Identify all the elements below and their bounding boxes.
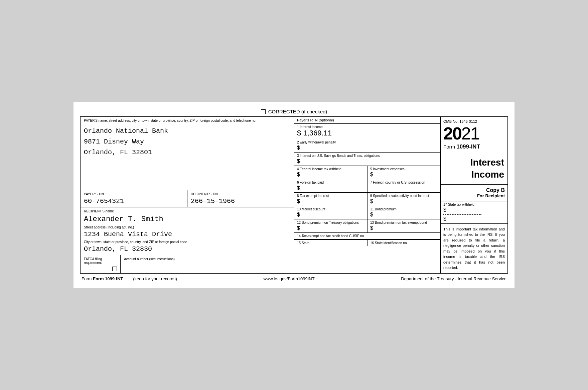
field-9-cell: 9 Specified private activity bond intere…	[368, 193, 440, 206]
copy-b-section: Copy B For Recipient	[441, 185, 507, 201]
account-section: Account number (see instructions)	[121, 255, 294, 273]
field-8-cell: 8 Tax-exempt interest $	[294, 193, 368, 206]
field-10-label: 10 Market discount	[297, 207, 364, 211]
fields-10-11-row: 10 Market discount $ 11 Bond premium $	[294, 206, 440, 219]
payer-tin-box: PAYER'S TIN 60-7654321	[81, 190, 187, 207]
field-5-value: $	[370, 172, 438, 178]
bottom-left-section: FATCA filing requirement Account number …	[81, 255, 294, 273]
field-4-label: 4 Federal income tax withheld	[297, 167, 364, 171]
field-2-label: 2 Early withdrawal penalty	[297, 140, 438, 144]
field-16-label: 16 State identification no.	[370, 241, 408, 245]
field-6-cell: 6 Foreign tax paid $	[294, 179, 368, 192]
recipient-tin-value: 266-15-1966	[191, 197, 291, 205]
street-value: 1234 Buena Vista Drive	[84, 230, 291, 238]
dashed-line-1	[443, 214, 481, 215]
payer-field-label: PAYER'S name, street address, city or to…	[84, 119, 291, 122]
field-6-label: 6 Foreign tax paid	[297, 181, 364, 184]
payer-rtn-label: Payer's RTN (optional)	[297, 118, 334, 122]
footer-website: www.irs.gov/Form1099INT	[263, 276, 314, 281]
year-display: 2021	[443, 125, 479, 142]
field-12-label: 12 Bond premium on Treasury obligations	[297, 221, 364, 224]
recipient-tin-box: RECIPIENT'S TIN 266-15-1966	[187, 190, 294, 207]
omb-label: OMB No. 1545-0112	[443, 119, 477, 123]
field-3-value: $	[297, 158, 438, 164]
copy-b-title: Copy B	[443, 187, 505, 193]
field-16-cell: 16 State identification no.	[368, 240, 440, 246]
corrected-label: CORRECTED (if checked)	[268, 109, 327, 114]
tin-row: PAYER'S TIN 60-7654321 RECIPIENT'S TIN 2…	[81, 190, 294, 207]
payer-rtn-field: Payer's RTN (optional)	[294, 117, 440, 124]
field-17-label: 17 State tax withheld	[443, 203, 481, 206]
left-column: PAYER'S name, street address, city or to…	[81, 117, 294, 273]
field-1-row: 1 Interest income $ 1,369.11	[294, 124, 440, 139]
fields-12-13-row: 12 Bond premium on Treasury obligations …	[294, 219, 440, 233]
omb-year-section: OMB No. 1545-0112 2021 Form Form 1099-IN…	[441, 117, 507, 153]
field-13-label: 13 Bond premium on tax-exempt bond	[370, 221, 438, 224]
field-10-value: $	[297, 212, 364, 218]
field-2-row: 2 Early withdrawal penalty $	[294, 139, 440, 153]
field-11-label: 11 Bond premium	[370, 207, 438, 211]
state-row: 15 State 16 State identification no.	[294, 239, 440, 246]
form-title: Interest Income	[441, 153, 507, 185]
fatca-checkbox[interactable]	[112, 267, 117, 271]
field-15-label: 15 State	[297, 241, 309, 245]
field-9-label: 9 Specified private activity bond intere…	[370, 194, 438, 198]
copy-b-subtitle: For Recipient	[443, 193, 505, 198]
corrected-header: CORRECTED (if checked)	[80, 109, 508, 114]
form-id: Form Form 1099-INT1099-INT	[443, 143, 480, 150]
corrected-checkbox[interactable]	[261, 109, 266, 114]
field-17-value2: $	[443, 216, 481, 222]
field-12-value: $	[297, 225, 364, 231]
field-5-cell: 5 Investment expenses $	[368, 166, 440, 179]
field-13-cell: 13 Bond premium on tax-exempt bond $	[368, 219, 440, 232]
account-label: Account number (see instructions)	[124, 257, 175, 261]
field-12-cell: 12 Bond premium on Treasury obligations …	[294, 219, 368, 232]
field-11-cell: 11 Bond premium $	[368, 206, 440, 219]
right-column: OMB No. 1545-0112 2021 Form Form 1099-IN…	[441, 117, 507, 273]
field-13-value: $	[370, 225, 438, 231]
field-6-value: $	[297, 185, 364, 191]
fatca-section: FATCA filing requirement	[81, 255, 121, 273]
fatca-label: FATCA filing requirement	[84, 257, 117, 265]
field-17-cell: 17 State tax withheld $ $	[441, 201, 484, 223]
city-value: Orlando, FL 32830	[84, 245, 291, 253]
field-5-label: 5 Investment expenses	[370, 167, 438, 171]
field-14-label: 14 Tax-exempt and tax credit bond CUSIP …	[297, 234, 365, 238]
field-7-cell: 7 Foreign country or U.S. possession	[368, 179, 440, 192]
form-page: CORRECTED (if checked) PAYER'S name, str…	[74, 102, 514, 288]
fields-8-9-row: 8 Tax-exempt interest $ 9 Specified priv…	[294, 193, 440, 206]
right-bottom: 17 State tax withheld $ $ This is import…	[441, 201, 507, 273]
footer-right: Department of the Treasury - Internal Re…	[401, 276, 506, 281]
field-11-value: $	[370, 212, 438, 218]
payer-info-section: PAYER'S name, street address, city or to…	[81, 117, 294, 190]
field-4-value: $	[297, 172, 364, 178]
field-8-value: $	[297, 198, 364, 204]
field-3-label: 3 Interest on U.S. Savings Bonds and Tre…	[297, 154, 438, 158]
recipient-section: RECIPIENT'S name Alexander T. Smith Stre…	[81, 207, 294, 255]
field-7-label: 7 Foreign country or U.S. possession	[370, 181, 438, 184]
recipient-name-label: RECIPIENT'S name	[84, 209, 291, 213]
footer-left: Form Form 1099-INT (keep for your record…	[82, 276, 177, 281]
field-17-value1: $	[443, 207, 481, 213]
payer-tin-value: 60-7654321	[84, 197, 184, 205]
field-3-row: 3 Interest on U.S. Savings Bonds and Tre…	[294, 153, 440, 166]
payer-name: Orlando National Bank 9871 Disney Way Or…	[84, 126, 291, 158]
footer-dept: Department of the Treasury - Internal Re…	[401, 276, 506, 281]
field-9-value: $	[370, 198, 438, 204]
field-14-row: 14 Tax-exempt and tax credit bond CUSIP …	[294, 233, 440, 239]
recipient-name-value: Alexander T. Smith	[84, 215, 291, 223]
field-1-value: $ 1,369.11	[297, 129, 438, 137]
field-1-label: 1 Interest income	[297, 125, 438, 129]
middle-column: Payer's RTN (optional) 1 Interest income…	[294, 117, 441, 273]
field-10-cell: 10 Market discount $	[294, 206, 368, 219]
state-17-row: 17 State tax withheld $ $	[441, 201, 507, 224]
street-label: Street address (including apt. no.)	[84, 225, 291, 229]
footer-keep: (keep for your records)	[133, 276, 177, 281]
city-label: City or town, state or province, country…	[84, 240, 291, 244]
recipient-tin-label: RECIPIENT'S TIN	[191, 192, 291, 196]
footer: Form Form 1099-INT (keep for your record…	[80, 276, 508, 281]
footer-form-id: Form Form 1099-INT	[82, 276, 123, 281]
fields-6-7-row: 6 Foreign tax paid $ 7 Foreign country o…	[294, 179, 440, 193]
field-8-label: 8 Tax-exempt interest	[297, 194, 364, 198]
footer-center: www.irs.gov/Form1099INT	[263, 276, 314, 281]
